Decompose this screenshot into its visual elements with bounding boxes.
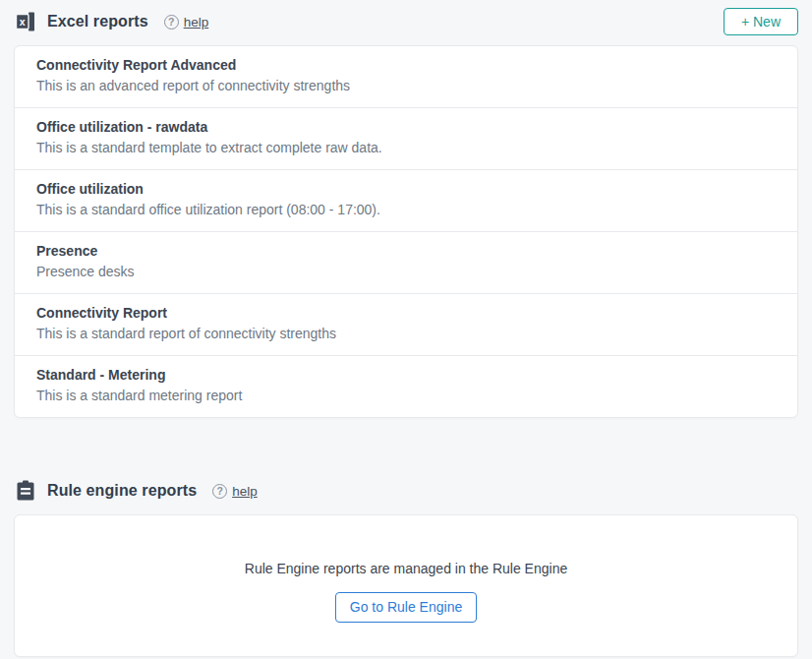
- report-description: Presence desks: [36, 263, 776, 281]
- report-title: Office utilization - rawdata: [36, 118, 776, 137]
- question-circle-icon: ?: [164, 15, 179, 30]
- report-title: Office utilization: [36, 180, 776, 199]
- help-link-label: help: [184, 15, 209, 30]
- svg-text:x: x: [20, 16, 26, 28]
- question-circle-icon: ?: [212, 484, 227, 499]
- section-spacer: [14, 418, 798, 469]
- rule-engine-card: Rule Engine reports are managed in the R…: [14, 514, 798, 657]
- report-row[interactable]: Connectivity Report Advanced This is an …: [15, 46, 797, 108]
- report-row[interactable]: Standard - Metering This is a standard m…: [15, 356, 797, 417]
- report-title: Connectivity Report: [36, 304, 776, 323]
- report-row[interactable]: Office utilization - rawdata This is a s…: [15, 108, 797, 170]
- report-title: Presence: [36, 242, 776, 261]
- report-description: This is a standard office utilization re…: [36, 201, 776, 219]
- report-description: This is an advanced report of connectivi…: [36, 77, 776, 95]
- reports-page: x Excel reports ? help + New Connectivit…: [0, 0, 812, 659]
- clipboard-icon: [14, 479, 37, 503]
- report-description: This is a standard metering report: [36, 387, 776, 405]
- go-to-rule-engine-button[interactable]: Go to Rule Engine: [335, 592, 477, 623]
- report-row[interactable]: Office utilization This is a standard of…: [15, 170, 797, 232]
- excel-help-link[interactable]: ? help: [164, 15, 209, 30]
- excel-reports-title: Excel reports: [47, 13, 148, 30]
- rule-engine-help-link[interactable]: ? help: [212, 484, 258, 499]
- rule-engine-title: Rule engine reports: [47, 482, 197, 500]
- excel-reports-header: x Excel reports ? help: [14, 0, 798, 43]
- report-title: Standard - Metering: [36, 366, 776, 385]
- report-row[interactable]: Connectivity Report This is a standard r…: [15, 294, 797, 356]
- report-description: This is a standard report of connectivit…: [36, 325, 776, 343]
- excel-file-icon: x: [14, 10, 37, 33]
- new-report-button[interactable]: + New: [724, 8, 798, 35]
- report-row[interactable]: Presence Presence desks: [15, 232, 797, 294]
- excel-report-list: Connectivity Report Advanced This is an …: [14, 45, 798, 418]
- help-link-label: help: [232, 484, 258, 499]
- rule-engine-message: Rule Engine reports are managed in the R…: [245, 561, 567, 576]
- report-description: This is a standard template to extract c…: [36, 139, 776, 157]
- report-title: Connectivity Report Advanced: [36, 56, 776, 75]
- rule-engine-header: Rule engine reports ? help: [14, 469, 798, 512]
